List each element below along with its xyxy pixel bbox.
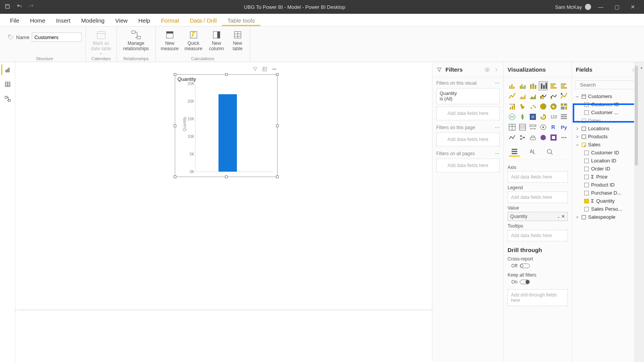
menu-home[interactable]: Home <box>25 15 51 26</box>
viz-type-27[interactable] <box>539 123 548 132</box>
table-products[interactable]: Products <box>574 133 636 141</box>
filter-icon[interactable] <box>252 66 258 74</box>
viz-type-29[interactable]: Py <box>559 123 568 132</box>
viz-type-3[interactable] <box>539 81 548 90</box>
bar-0[interactable] <box>219 94 237 172</box>
fields-scrollbar[interactable] <box>634 62 639 362</box>
page-scrollbar[interactable]: ▴ <box>639 62 644 362</box>
menu-view[interactable]: View <box>110 15 133 26</box>
user-avatar-icon[interactable] <box>585 4 591 10</box>
viz-type-23[interactable] <box>559 112 568 121</box>
viz-type-26[interactable] <box>528 123 537 132</box>
viz-type-25[interactable] <box>518 123 527 132</box>
add-all-filter-drop[interactable]: Add data fields here <box>436 159 499 172</box>
new-column-button[interactable]: New column <box>207 29 226 52</box>
viz-type-12[interactable] <box>508 102 517 111</box>
minimize-button[interactable]: — <box>594 4 607 10</box>
chevron-down-icon[interactable]: ⌄ <box>557 215 560 219</box>
field-s-customer-id[interactable]: Customer ID <box>574 149 636 157</box>
field-s-purchase-date[interactable]: Purchase D... <box>574 189 636 197</box>
viz-type-7[interactable] <box>518 92 527 101</box>
table-dates[interactable]: Dates <box>574 116 636 124</box>
keep-filters-toggle[interactable] <box>520 280 530 284</box>
fields-tab-icon[interactable] <box>509 147 520 157</box>
tooltips-drop[interactable]: Add data fields here <box>508 230 568 241</box>
undo-icon[interactable] <box>16 3 22 10</box>
table-name-input[interactable] <box>32 33 82 42</box>
viz-type-1[interactable] <box>518 81 527 90</box>
more-icon[interactable] <box>271 66 277 74</box>
field-customer-name[interactable]: Customer ... <box>574 108 636 116</box>
viz-type-13[interactable] <box>518 102 527 111</box>
viz-type-22[interactable]: 123 <box>549 112 558 121</box>
report-view-button[interactable] <box>1 64 12 75</box>
viz-type-18[interactable] <box>508 112 517 121</box>
new-measure-button[interactable]: New measure <box>159 29 180 52</box>
new-table-button[interactable]: New table <box>229 29 246 52</box>
viz-type-30[interactable] <box>508 133 517 142</box>
add-visual-filter-drop[interactable]: Add data fields here <box>436 106 499 120</box>
viz-type-33[interactable] <box>539 133 548 142</box>
axis-drop[interactable]: Add data fields here <box>508 171 568 183</box>
add-page-filter-drop[interactable]: Add data fields here <box>436 133 499 146</box>
cross-report-toggle[interactable] <box>520 264 530 268</box>
viz-type-32[interactable] <box>528 133 537 142</box>
collapse-icon[interactable] <box>636 5 642 11</box>
field-s-sales-person[interactable]: Sales Perso... <box>574 205 636 213</box>
viz-type-24[interactable] <box>508 123 517 132</box>
table-customers[interactable]: Customers <box>574 92 636 100</box>
viz-type-4[interactable] <box>549 81 558 90</box>
maximize-button[interactable]: ▢ <box>610 4 623 10</box>
viz-type-19[interactable] <box>518 112 527 121</box>
viz-type-14[interactable] <box>528 102 537 111</box>
field-s-order-id[interactable]: Order ID <box>574 165 636 173</box>
table-salespeople[interactable]: Salespeople <box>574 213 636 221</box>
collapse-icon[interactable] <box>493 67 499 73</box>
mark-date-table-button[interactable]: Mark as date table▾ <box>90 29 113 56</box>
menu-insert[interactable]: Insert <box>51 15 76 26</box>
viz-type-35[interactable] <box>559 133 568 142</box>
viz-type-21[interactable] <box>539 112 548 121</box>
viz-type-15[interactable] <box>539 102 548 111</box>
menu-format[interactable]: Format <box>156 15 185 26</box>
data-view-button[interactable] <box>2 79 13 90</box>
field-s-product-id[interactable]: Product ID <box>574 181 636 189</box>
field-customer-id[interactable]: Customer ID <box>574 100 636 108</box>
viz-type-0[interactable] <box>508 81 517 90</box>
viz-type-28[interactable]: R <box>549 123 558 132</box>
viz-type-11[interactable] <box>559 92 568 101</box>
redo-icon[interactable] <box>28 3 34 10</box>
save-icon[interactable] <box>5 3 10 10</box>
analytics-tab-icon[interactable] <box>544 147 555 157</box>
remove-icon[interactable]: ✕ <box>561 214 565 219</box>
menu-datadrill[interactable]: Data / Drill <box>184 15 222 26</box>
viz-type-34[interactable] <box>549 133 558 142</box>
viz-type-31[interactable] <box>518 133 527 142</box>
user-name[interactable]: Sam McKay <box>555 4 582 10</box>
menu-modeling[interactable]: Modeling <box>76 15 110 26</box>
viz-type-5[interactable] <box>559 81 568 90</box>
viz-type-6[interactable] <box>508 92 517 101</box>
viz-type-10[interactable] <box>549 92 558 101</box>
field-s-location-id[interactable]: Location ID <box>574 157 636 165</box>
viz-type-8[interactable] <box>528 92 537 101</box>
drill-drop[interactable]: Add drill-through fields here <box>508 289 568 306</box>
viz-type-16[interactable] <box>549 102 558 111</box>
eye-icon[interactable] <box>484 67 490 73</box>
menu-tabletools[interactable]: Table tools <box>222 15 260 26</box>
legend-drop[interactable]: Add data fields here <box>508 192 568 203</box>
filter-card-quantity[interactable]: Quantity is (All) <box>436 88 499 104</box>
format-tab-icon[interactable] <box>527 147 537 157</box>
viz-type-2[interactable] <box>528 81 537 90</box>
focus-icon[interactable] <box>262 66 268 74</box>
table-sales[interactable]: Sales <box>574 141 636 149</box>
viz-type-20[interactable] <box>528 112 537 121</box>
viz-type-9[interactable] <box>539 92 548 101</box>
manage-relationships-button[interactable]: Manage relationships <box>121 29 151 52</box>
chart-visual[interactable]: Quantity Quantity 0K5K10K15K20K25K <box>175 74 278 177</box>
menu-help[interactable]: Help <box>133 15 156 26</box>
menu-file[interactable]: File <box>5 15 25 26</box>
fields-search[interactable] <box>575 80 636 89</box>
quick-measure-button[interactable]: Quick measure <box>183 29 204 52</box>
report-canvas[interactable]: Quantity Quantity 0K5K10K15K20K25K <box>15 62 432 362</box>
